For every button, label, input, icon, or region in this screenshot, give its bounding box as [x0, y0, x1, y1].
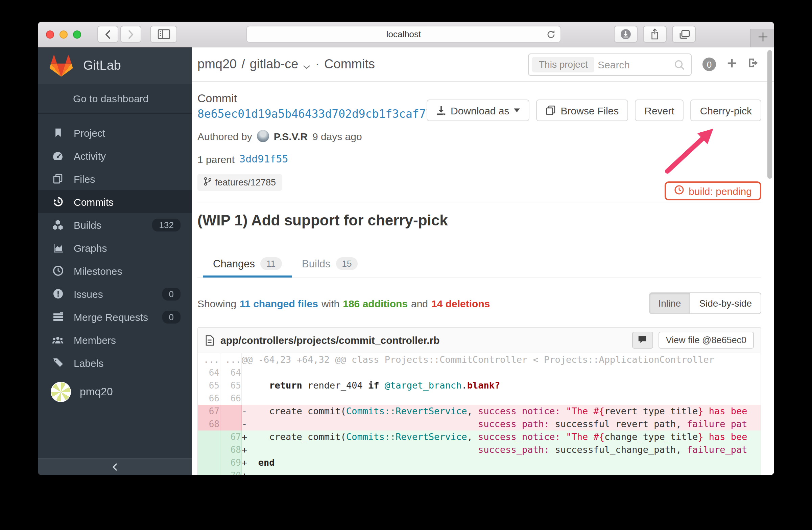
- old-line-number[interactable]: 66: [198, 392, 220, 405]
- logo-label: GitLab: [83, 58, 121, 73]
- address-bar[interactable]: localhost: [246, 26, 561, 43]
- page-scrollbar[interactable]: [767, 50, 772, 179]
- sidebar-item-milestones[interactable]: Milestones: [38, 259, 192, 282]
- old-line-number[interactable]: 64: [198, 366, 220, 379]
- search-input[interactable]: This project Search: [528, 53, 692, 75]
- sidebar-item-label: Merge Requests: [74, 311, 148, 322]
- sidebar-item-commits[interactable]: Commits: [38, 190, 192, 213]
- main-area: pmq20 / gitlab-ce · Commits This project…: [192, 47, 774, 475]
- sidebar-item-members[interactable]: Members: [38, 328, 192, 351]
- sidebar-item-merge-requests[interactable]: Merge Requests0: [38, 305, 192, 328]
- authored-by-label: Authored by: [198, 130, 252, 142]
- inline-view-button[interactable]: Inline: [649, 292, 690, 314]
- new-line-number[interactable]: ...: [220, 353, 241, 366]
- share-button[interactable]: [643, 26, 667, 43]
- diff-view-toggle: Inline Side-by-side: [649, 292, 761, 314]
- parent-sha-link[interactable]: 3dd91f55: [240, 153, 288, 165]
- author-avatar[interactable]: [257, 130, 269, 142]
- search-scope-chip[interactable]: This project: [532, 57, 595, 72]
- tab-builds[interactable]: Builds 15: [292, 250, 368, 278]
- branch-ref[interactable]: features/12785: [198, 174, 282, 191]
- code-line: @@ -64,23 +64,32 @@ class Projects::Comm…: [241, 353, 760, 366]
- sidebar-nav: ProjectActivityFilesCommitsBuilds132Grap…: [38, 114, 192, 374]
- todo-count-badge[interactable]: 0: [702, 57, 716, 71]
- new-line-number[interactable]: 67: [220, 431, 241, 443]
- browse-files-button[interactable]: Browse Files: [536, 99, 628, 121]
- chevron-down-icon[interactable]: [303, 58, 310, 73]
- sidebar-user[interactable]: pmq20: [38, 380, 192, 404]
- commit-title: (WIP 1) Add support for cherry-pick: [198, 212, 761, 229]
- sign-out-icon: [748, 57, 759, 71]
- side-by-side-view-button[interactable]: Side-by-side: [690, 292, 761, 314]
- plus-icon: [727, 58, 737, 71]
- commit-sha-link[interactable]: 8e65ec01d19a5b46433d702d9cb1f3caf77b156c: [198, 108, 466, 121]
- breadcrumb-repo[interactable]: gitlab-ce: [250, 57, 299, 72]
- sidebar-item-project[interactable]: Project: [38, 121, 192, 144]
- code-line: + end: [241, 456, 760, 469]
- diff-row: 70+: [198, 469, 760, 475]
- new-line-number[interactable]: 66: [220, 392, 241, 405]
- browser-toolbar: localhost: [38, 22, 774, 47]
- sidebar-item-graphs[interactable]: Graphs: [38, 236, 192, 259]
- new-line-number[interactable]: [220, 418, 241, 431]
- downloads-button[interactable]: [614, 26, 638, 43]
- tab-overview-button[interactable]: [672, 26, 696, 43]
- file-text-icon: [205, 335, 214, 346]
- sidebar-item-go-to-dashboard[interactable]: Go to dashboard: [38, 84, 192, 114]
- new-line-number[interactable]: [220, 405, 241, 418]
- old-line-number[interactable]: ...: [198, 353, 220, 366]
- new-line-number[interactable]: 64: [220, 366, 241, 379]
- old-line-number[interactable]: [198, 469, 220, 475]
- sidebar-item-labels[interactable]: Labels: [38, 351, 192, 374]
- breadcrumb: pmq20 / gitlab-ce · Commits: [198, 56, 375, 73]
- new-tab-button[interactable]: [751, 29, 774, 47]
- minimize-window-button[interactable]: [59, 30, 68, 39]
- old-line-number[interactable]: [198, 431, 220, 443]
- collapse-chevron-icon: [112, 461, 118, 473]
- diff-row: 68- success_path: successful_revert_path…: [198, 418, 760, 431]
- old-line-number[interactable]: 67: [198, 405, 220, 418]
- new-line-number[interactable]: 69: [220, 456, 241, 469]
- members-icon: [52, 334, 63, 346]
- sign-out-button[interactable]: [748, 57, 759, 71]
- code-line: + create_commit(Commits::RevertService, …: [241, 431, 760, 443]
- build-status-badge[interactable]: build: pending: [664, 181, 761, 200]
- download-as-button[interactable]: Download as: [426, 99, 530, 121]
- back-button[interactable]: [97, 26, 118, 43]
- sidebar-item-activity[interactable]: Activity: [38, 144, 192, 167]
- forward-button[interactable]: [120, 26, 141, 43]
- code-line: - create_commit(Commits::RevertService, …: [241, 405, 760, 418]
- reload-icon[interactable]: [546, 30, 556, 41]
- changed-files-link[interactable]: 11 changed files: [240, 297, 318, 309]
- old-line-number[interactable]: 65: [198, 379, 220, 392]
- file-path[interactable]: app/controllers/projects/commit_controll…: [220, 334, 440, 346]
- breadcrumb-owner[interactable]: pmq20: [198, 57, 237, 72]
- author-name[interactable]: P.S.V.R: [274, 130, 308, 142]
- gitlab-logo[interactable]: GitLab: [38, 47, 192, 84]
- sidebar-item-builds[interactable]: Builds132: [38, 213, 192, 236]
- new-line-number[interactable]: 68: [220, 443, 241, 456]
- old-line-number[interactable]: [198, 456, 220, 469]
- new-line-number[interactable]: 70: [220, 469, 241, 475]
- tab-changes[interactable]: Changes 11: [203, 250, 292, 278]
- close-window-button[interactable]: [46, 30, 54, 39]
- download-icon: [436, 105, 446, 115]
- revert-button[interactable]: Revert: [635, 99, 683, 121]
- new-line-number[interactable]: 65: [220, 379, 241, 392]
- git-branch-icon: [203, 177, 212, 188]
- download-circle-icon: [620, 28, 632, 40]
- comment-button[interactable]: [632, 332, 653, 349]
- file-header: app/controllers/projects/commit_controll…: [198, 327, 760, 353]
- old-line-number[interactable]: [198, 443, 220, 456]
- view-file-button[interactable]: View file @8e65ec0: [658, 332, 754, 349]
- cherry-pick-button[interactable]: Cherry-pick: [691, 99, 761, 121]
- zoom-window-button[interactable]: [73, 30, 81, 39]
- sidebar-collapse-button[interactable]: [38, 458, 192, 475]
- diff-row: 6565 return render_404 if @target_branch…: [198, 379, 760, 392]
- new-project-button[interactable]: [727, 58, 737, 71]
- old-line-number[interactable]: 68: [198, 418, 220, 431]
- sidebar-item-issues[interactable]: Issues0: [38, 282, 192, 305]
- sidebar-item-label: Issues: [74, 288, 103, 299]
- sidebar-item-files[interactable]: Files: [38, 167, 192, 190]
- sidebar-toggle-button[interactable]: [150, 26, 177, 43]
